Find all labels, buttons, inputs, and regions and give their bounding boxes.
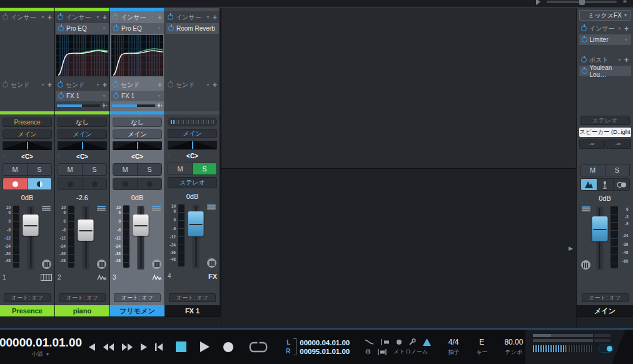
gear-icon[interactable]: ⚙	[365, 348, 371, 355]
mute-button[interactable]: M	[168, 163, 193, 174]
power-icon[interactable]	[113, 14, 118, 20]
pan-slider[interactable]	[168, 141, 217, 149]
power-icon[interactable]	[58, 93, 64, 99]
monitor-toggle[interactable]	[598, 345, 614, 353]
add-send-icon[interactable]: +	[48, 81, 52, 89]
volume-fader[interactable]	[132, 205, 149, 271]
volume-fader[interactable]	[591, 205, 609, 271]
instrument-button[interactable]: なし	[113, 118, 162, 127]
meter-options-icon[interactable]	[97, 206, 106, 211]
step-back-button[interactable]	[89, 343, 95, 351]
add-send-icon[interactable]: +	[213, 81, 217, 89]
channel-name[interactable]: Presence	[0, 305, 54, 316]
record-arm-button[interactable]	[3, 178, 28, 190]
send-device-fx1[interactable]: FX 1 ▼	[111, 91, 164, 101]
monitor-button[interactable]	[28, 178, 51, 190]
dual-pan-icon[interactable]	[581, 260, 590, 270]
peak-readout-right[interactable]: -∞	[605, 139, 631, 149]
loop-start-value[interactable]: 00000.04.01.00	[300, 339, 350, 346]
time-unit-label[interactable]: 小節	[32, 350, 43, 358]
monitor-button[interactable]	[83, 178, 106, 190]
fader-handle[interactable]	[592, 216, 607, 241]
chevron-down-icon[interactable]: ▼	[151, 15, 155, 19]
volume-readout[interactable]: 0dB	[599, 195, 611, 203]
slider-thumb[interactable]	[579, 0, 585, 5]
peak-readout-left[interactable]: -∞	[579, 139, 605, 149]
time-signature-display[interactable]: 4/4 拍子	[448, 338, 459, 356]
volume-fader[interactable]	[77, 205, 94, 271]
power-icon[interactable]	[3, 14, 8, 20]
volume-fader[interactable]	[22, 205, 39, 271]
main-channel-strip[interactable]: ミックスFX ▼ インサート ▼ + Limiter ▼ ポスト	[577, 8, 633, 316]
record-arm-button[interactable]	[58, 178, 83, 190]
mute-button[interactable]: M	[58, 164, 83, 175]
automation-mode-button[interactable]: オート: オフ	[169, 293, 216, 302]
meter-options-icon[interactable]	[42, 206, 51, 211]
output-route-button[interactable]: メイン	[58, 129, 107, 139]
solo-button[interactable]: S	[138, 164, 161, 175]
channel-strip-4-fx1[interactable]: インサート ▼ + Room Reverb センド ▼	[165, 8, 220, 316]
insert-section-header[interactable]: インサート ▼ +	[579, 23, 631, 34]
main-channel-name[interactable]: メイン	[577, 305, 633, 316]
add-insert-icon[interactable]: +	[48, 14, 52, 21]
chevron-down-icon[interactable]: ▼	[102, 26, 106, 31]
mute-button[interactable]: M	[113, 164, 138, 175]
volume-readout[interactable]: 0dB	[21, 194, 34, 203]
channel-name[interactable]: フリモメン	[110, 305, 165, 316]
chevron-down-icon[interactable]: ▼	[96, 15, 100, 19]
loop-button[interactable]	[246, 341, 271, 353]
instrument-button[interactable]: Presence	[3, 118, 52, 127]
chevron-down-icon[interactable]: ▼	[624, 38, 629, 42]
power-icon[interactable]	[168, 26, 174, 31]
dual-pan-icon[interactable]	[42, 260, 51, 269]
insert-list-empty[interactable]	[0, 23, 54, 79]
insert-device-pro-eq[interactable]: Pro EQ ▼	[111, 23, 164, 34]
dual-pan-icon[interactable]	[152, 260, 161, 269]
horizontal-scrollbar[interactable]: ▶	[221, 168, 576, 329]
chevron-down-icon[interactable]: ▼	[617, 58, 622, 62]
pan-slider[interactable]	[3, 141, 52, 150]
pan-slider[interactable]	[113, 141, 162, 150]
fader-handle[interactable]	[78, 220, 94, 241]
key-display[interactable]: E キー	[476, 338, 487, 356]
power-icon[interactable]	[582, 68, 587, 74]
channel-name[interactable]: piano	[55, 305, 109, 316]
mixfx-selector[interactable]: ミックスFX ▼	[579, 10, 631, 21]
meter-options-icon[interactable]	[582, 206, 590, 212]
insert-section-header[interactable]: インサート ▼ +	[0, 11, 54, 23]
fade-curve-icon[interactable]	[365, 339, 374, 345]
expand-icon[interactable]: ▽	[167, 154, 170, 159]
return-to-start-button[interactable]	[155, 343, 163, 351]
send-section-header[interactable]: センド ▼ +	[55, 79, 109, 91]
scroll-right-icon[interactable]: ▶	[569, 245, 573, 251]
chevron-down-icon[interactable]: ▼	[624, 13, 628, 18]
automation-mode-button[interactable]: オート: オフ	[114, 293, 161, 302]
time-signature-value[interactable]: 4/4	[448, 338, 459, 346]
eq-curve-thumbnail[interactable]	[111, 35, 163, 76]
power-icon[interactable]	[113, 82, 118, 88]
mute-button[interactable]: M	[3, 164, 28, 175]
meter-options-icon[interactable]	[207, 205, 216, 210]
channel-strip-3-furimomen-selected[interactable]: インサート ▼ + Pro EQ ▼	[110, 8, 165, 316]
power-icon[interactable]	[3, 82, 8, 88]
chevron-down-icon[interactable]: ▼	[102, 94, 106, 98]
send-device-fx1[interactable]: FX 1 ▼	[56, 91, 109, 101]
send-list-empty[interactable]	[165, 91, 220, 111]
autopunch-marker-icon[interactable]	[378, 349, 387, 355]
meter-options-icon[interactable]	[152, 206, 161, 211]
insert-section-header[interactable]: インサート ▼ +	[110, 11, 165, 23]
send-list-empty[interactable]	[0, 91, 54, 111]
chevron-down-icon[interactable]: ▼	[96, 83, 100, 87]
chevron-down-icon[interactable]: ▼	[617, 26, 622, 31]
channel-strip-2-piano[interactable]: インサート ▼ + Pro EQ ▼	[55, 8, 109, 316]
power-icon[interactable]	[168, 14, 173, 20]
post-device-youlean[interactable]: Youlean Lou…	[579, 66, 631, 76]
insert-section-header[interactable]: インサート ▼ +	[55, 11, 109, 23]
stop-button[interactable]	[176, 341, 186, 352]
expand-icon[interactable]: ▽	[2, 154, 5, 159]
time-value[interactable]: 00000.01.01.00	[0, 336, 85, 350]
eq-curve-thumbnail[interactable]	[56, 35, 108, 76]
power-icon[interactable]	[113, 26, 119, 31]
pan-value[interactable]: ▽ <C>	[165, 151, 220, 161]
stereo-mode-button[interactable]: ステレオ	[580, 116, 630, 125]
